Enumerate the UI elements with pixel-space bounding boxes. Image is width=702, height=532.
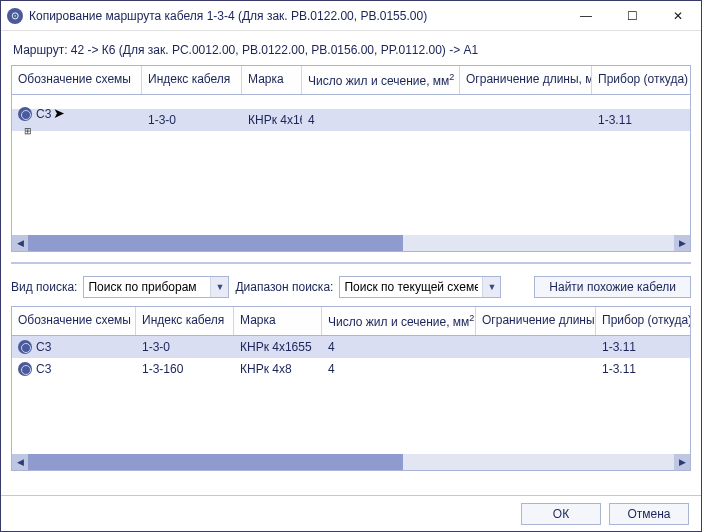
source-grid-header: Обозначение схемы Индекс кабеля Марка Чи…: [12, 66, 690, 95]
results-scrollbar-h[interactable]: ◀ ▶: [12, 454, 690, 470]
cancel-button[interactable]: Отмена: [609, 503, 689, 525]
titlebar: ⊙ Копирование маршрута кабеля 1-3-4 (Для…: [1, 1, 701, 31]
cell-limit: [476, 345, 596, 349]
results-grid-header: Обозначение схемы Индекс кабеля Марка Чи…: [12, 307, 690, 336]
cable-icon: [18, 362, 32, 376]
col-index[interactable]: Индекс кабеля: [136, 307, 234, 335]
col-scheme[interactable]: Обозначение схемы: [12, 66, 142, 94]
cell-scheme: С3: [12, 360, 136, 378]
search-range-input[interactable]: [340, 277, 482, 297]
cell-brand: КНРк 4х1655: [242, 111, 302, 129]
cell-cores: 4: [322, 360, 476, 378]
col-cores[interactable]: Число жил и сечение, мм2: [322, 307, 476, 335]
scroll-left-icon[interactable]: ◀: [12, 454, 28, 470]
col-cores[interactable]: Число жил и сечение, мм2: [302, 66, 460, 94]
cell-limit: [460, 118, 592, 122]
plus-icon: ⊞: [24, 126, 32, 136]
cell-brand: КНРк 4х1655: [234, 338, 322, 356]
col-limit[interactable]: Ограничение длины, м: [460, 66, 592, 94]
footer: ОК Отмена: [1, 495, 701, 531]
cell-scheme: С3: [12, 338, 136, 356]
search-row: Вид поиска: ▼ Диапазон поиска: ▼ Найти п…: [11, 276, 691, 298]
search-type-combo[interactable]: ▼: [83, 276, 229, 298]
results-grid: Обозначение схемы Индекс кабеля Марка Чи…: [11, 306, 691, 471]
cursor-icon: ➤: [53, 105, 65, 121]
cell-index: 1-3-160: [136, 360, 234, 378]
window-title: Копирование маршрута кабеля 1-3-4 (Для з…: [29, 9, 563, 23]
col-device[interactable]: Прибор (откуда): [596, 307, 690, 335]
col-limit[interactable]: Ограничение длины: [476, 307, 596, 335]
cell-index: 1-3-0: [136, 338, 234, 356]
col-device[interactable]: Прибор (откуда): [592, 66, 690, 94]
source-scrollbar-h[interactable]: ◀ ▶: [12, 235, 690, 251]
app-icon: ⊙: [7, 8, 23, 24]
scroll-right-icon[interactable]: ▶: [674, 454, 690, 470]
separator: [11, 262, 691, 266]
scroll-right-icon[interactable]: ▶: [674, 235, 690, 251]
search-type-input[interactable]: [84, 277, 210, 297]
table-row[interactable]: С3 ➤ ⊞ 1-3-0 КНРк 4х1655 4 1-3.11: [12, 109, 690, 131]
cable-icon: [18, 107, 32, 121]
close-button[interactable]: ✕: [655, 1, 701, 31]
scroll-track[interactable]: [28, 235, 674, 251]
cell-index: 1-3-0: [142, 111, 242, 129]
scroll-left-icon[interactable]: ◀: [12, 235, 28, 251]
scroll-track[interactable]: [28, 454, 674, 470]
cell-brand: КНРк 4х8: [234, 360, 322, 378]
table-row[interactable]: С3 1-3-160 КНРк 4х8 4 1-3.11: [12, 358, 690, 380]
cell-device: 1-3.11: [596, 360, 690, 378]
cell-device: 1-3.11: [596, 338, 690, 356]
col-index[interactable]: Индекс кабеля: [142, 66, 242, 94]
cable-icon: [18, 340, 32, 354]
route-label: Маршрут: 42 -> К6 (Для зак. PC.0012.00, …: [13, 43, 689, 57]
cell-cores: 4: [302, 111, 460, 129]
search-range-label: Диапазон поиска:: [235, 280, 333, 294]
maximize-button[interactable]: ☐: [609, 1, 655, 31]
chevron-down-icon[interactable]: ▼: [210, 277, 228, 297]
find-similar-button[interactable]: Найти похожие кабели: [534, 276, 691, 298]
cell-limit: [476, 367, 596, 371]
ok-button[interactable]: ОК: [521, 503, 601, 525]
col-scheme[interactable]: Обозначение схемы: [12, 307, 136, 335]
cell-device: 1-3.11: [592, 111, 690, 129]
cell-scheme: С3 ➤ ⊞: [12, 103, 142, 137]
cell-cores: 4: [322, 338, 476, 356]
search-type-label: Вид поиска:: [11, 280, 77, 294]
content-area: Маршрут: 42 -> К6 (Для зак. PC.0012.00, …: [1, 31, 701, 479]
table-row[interactable]: С3 1-3-0 КНРк 4х1655 4 1-3.11: [12, 336, 690, 358]
source-grid: Обозначение схемы Индекс кабеля Марка Чи…: [11, 65, 691, 252]
minimize-button[interactable]: ―: [563, 1, 609, 31]
search-range-combo[interactable]: ▼: [339, 276, 501, 298]
col-brand[interactable]: Марка: [242, 66, 302, 94]
source-grid-body: С3 ➤ ⊞ 1-3-0 КНРк 4х1655 4 1-3.11: [12, 95, 690, 235]
results-grid-body: С3 1-3-0 КНРк 4х1655 4 1-3.11 С3 1-3-160…: [12, 336, 690, 454]
col-brand[interactable]: Марка: [234, 307, 322, 335]
chevron-down-icon[interactable]: ▼: [482, 277, 500, 297]
